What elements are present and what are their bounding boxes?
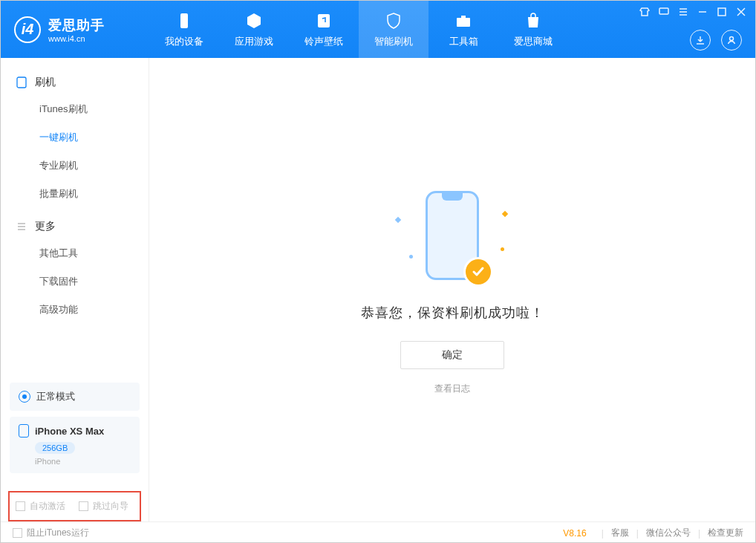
tab-apps-games[interactable]: 应用游戏 bbox=[219, 1, 289, 58]
success-message: 恭喜您，保资料刷机成功啦！ bbox=[361, 304, 544, 322]
sidebar-group-more: 更多 bbox=[1, 214, 149, 239]
svg-rect-1 bbox=[318, 14, 330, 27]
footer-link-service[interactable]: 客服 bbox=[611, 527, 629, 539]
device-name: iPhone XS Max bbox=[35, 426, 104, 437]
tab-my-device[interactable]: 我的设备 bbox=[149, 1, 219, 58]
menu-icon[interactable] bbox=[678, 7, 688, 17]
view-log-link[interactable]: 查看日志 bbox=[434, 383, 470, 395]
checkbox-block-itunes[interactable]: 阻止iTunes运行 bbox=[13, 527, 89, 539]
sidebar-item-other-tools[interactable]: 其他工具 bbox=[1, 239, 149, 267]
window-controls bbox=[639, 7, 746, 17]
nav-tabs: 我的设备 应用游戏 铃声壁纸 智能刷机 工具箱 爱思商城 bbox=[149, 1, 568, 58]
tab-smart-flash[interactable]: 智能刷机 bbox=[359, 1, 428, 58]
sparkle-icon bbox=[395, 216, 401, 222]
phone-icon bbox=[19, 424, 29, 438]
maximize-icon[interactable] bbox=[717, 7, 727, 17]
checkbox-label: 跳过向导 bbox=[93, 500, 128, 513]
dot-icon bbox=[409, 255, 413, 259]
app-body: 刷机 iTunes刷机 一键刷机 专业刷机 批量刷机 更多 其他工具 下载固件 … bbox=[1, 58, 755, 521]
check-badge-icon bbox=[466, 259, 491, 284]
checkbox-label: 自动激活 bbox=[30, 500, 65, 513]
feedback-icon[interactable] bbox=[659, 7, 669, 17]
svg-rect-7 bbox=[17, 77, 26, 88]
capacity-badge: 256GB bbox=[35, 442, 75, 454]
footer-link-update[interactable]: 检查更新 bbox=[708, 527, 743, 539]
device-icon bbox=[175, 11, 194, 30]
phone-outline-icon bbox=[16, 77, 27, 88]
music-note-icon bbox=[314, 11, 333, 30]
svg-rect-4 bbox=[659, 8, 668, 14]
sidebar-item-oneclick-flash[interactable]: 一键刷机 bbox=[1, 123, 149, 152]
checkbox-skip-guide[interactable]: 跳过向导 bbox=[79, 500, 128, 513]
checkbox-label: 阻止iTunes运行 bbox=[27, 527, 89, 539]
sparkle-icon bbox=[502, 210, 508, 216]
sidebar-item-pro-flash[interactable]: 专业刷机 bbox=[1, 152, 149, 180]
list-icon bbox=[16, 221, 27, 233]
svg-rect-3 bbox=[461, 16, 466, 18]
main-content: 恭喜您，保资料刷机成功啦！ 确定 查看日志 bbox=[149, 58, 755, 521]
version-label: V8.16 bbox=[563, 528, 586, 539]
sidebar-item-batch-flash[interactable]: 批量刷机 bbox=[1, 180, 149, 208]
sidebar-group-flash: 刷机 bbox=[1, 70, 149, 95]
shopping-bag-icon bbox=[524, 11, 543, 30]
sidebar-nav: 刷机 iTunes刷机 一键刷机 专业刷机 批量刷机 更多 其他工具 下载固件 … bbox=[1, 58, 149, 383]
footer-link-wechat[interactable]: 微信公众号 bbox=[646, 527, 691, 539]
toolbox-icon bbox=[454, 11, 473, 30]
logo-area: i4 爱思助手 www.i4.cn bbox=[1, 16, 149, 43]
checkbox-icon bbox=[13, 528, 22, 538]
cube-icon bbox=[244, 11, 264, 30]
mode-indicator-icon bbox=[19, 391, 30, 403]
device-type: iPhone bbox=[35, 457, 131, 466]
dot-icon bbox=[501, 247, 504, 251]
tab-label: 爱思商城 bbox=[514, 35, 553, 48]
sidebar-item-advanced[interactable]: 高级功能 bbox=[1, 296, 149, 324]
tab-label: 我的设备 bbox=[165, 35, 203, 48]
shield-refresh-icon bbox=[384, 11, 403, 30]
svg-rect-2 bbox=[457, 18, 470, 27]
app-logo-icon: i4 bbox=[14, 16, 41, 43]
mode-card[interactable]: 正常模式 bbox=[10, 383, 140, 411]
device-cards: 正常模式 iPhone XS Max 256GB iPhone bbox=[1, 383, 149, 488]
app-footer: 阻止iTunes运行 V8.16 | 客服 | 微信公众号 | 检查更新 bbox=[1, 521, 755, 543]
tab-ringtone-wallpaper[interactable]: 铃声壁纸 bbox=[289, 1, 359, 58]
highlighted-options-box: 自动激活 跳过向导 bbox=[8, 491, 141, 521]
success-illustration bbox=[393, 185, 512, 289]
checkbox-icon bbox=[16, 501, 25, 511]
group-title: 刷机 bbox=[35, 76, 56, 89]
app-title: 爱思助手 bbox=[48, 16, 105, 34]
header-action-circles bbox=[690, 30, 742, 51]
sidebar-item-download-firmware[interactable]: 下载固件 bbox=[1, 267, 149, 296]
mode-label: 正常模式 bbox=[36, 390, 75, 403]
minimize-icon[interactable] bbox=[697, 7, 708, 17]
tab-label: 应用游戏 bbox=[235, 35, 273, 48]
user-icon[interactable] bbox=[721, 30, 742, 51]
tab-label: 智能刷机 bbox=[374, 35, 413, 48]
ok-button[interactable]: 确定 bbox=[400, 341, 504, 369]
svg-rect-5 bbox=[718, 8, 726, 16]
svg-rect-0 bbox=[180, 13, 188, 28]
device-card[interactable]: iPhone XS Max 256GB iPhone bbox=[10, 417, 140, 473]
checkbox-auto-activate[interactable]: 自动激活 bbox=[16, 500, 65, 513]
tab-toolbox[interactable]: 工具箱 bbox=[428, 1, 498, 58]
download-icon[interactable] bbox=[690, 30, 711, 51]
checkbox-icon bbox=[79, 501, 88, 511]
sidebar: 刷机 iTunes刷机 一键刷机 专业刷机 批量刷机 更多 其他工具 下载固件 … bbox=[1, 58, 149, 521]
app-subtitle: www.i4.cn bbox=[48, 34, 105, 43]
svg-point-6 bbox=[730, 37, 734, 41]
tab-store[interactable]: 爱思商城 bbox=[498, 1, 568, 58]
logo-text: 爱思助手 www.i4.cn bbox=[48, 16, 105, 43]
tab-label: 工具箱 bbox=[449, 35, 478, 48]
sidebar-item-itunes-flash[interactable]: iTunes刷机 bbox=[1, 95, 149, 123]
app-header: i4 爱思助手 www.i4.cn 我的设备 应用游戏 铃声壁纸 智能刷机 工具… bbox=[1, 1, 755, 58]
skin-icon[interactable] bbox=[639, 7, 650, 17]
tab-label: 铃声壁纸 bbox=[304, 35, 343, 48]
close-icon[interactable] bbox=[736, 7, 746, 17]
group-title: 更多 bbox=[35, 220, 56, 233]
